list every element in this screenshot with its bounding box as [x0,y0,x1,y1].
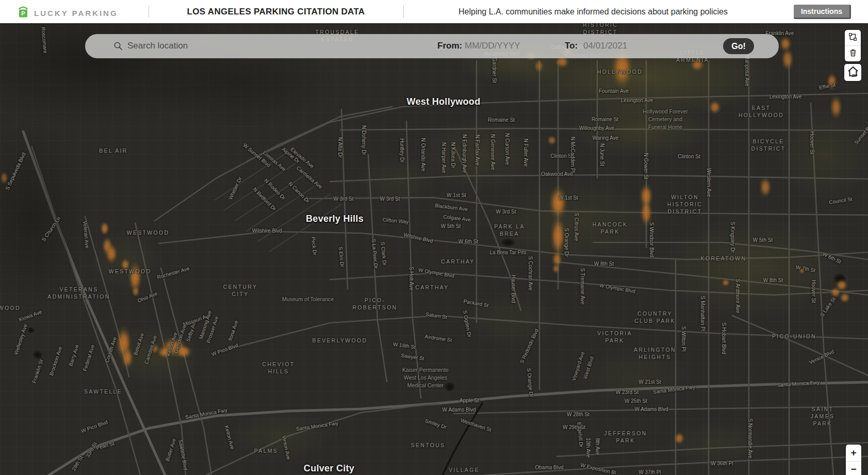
major-road [32,147,140,475]
major-road [85,217,129,376]
minor-road [258,194,330,241]
major-road [557,443,868,456]
trash-button[interactable] [845,46,861,61]
minor-road [269,204,341,252]
major-road [485,456,868,475]
major-road [155,107,392,221]
header-divider [403,6,404,18]
from-label: From: [437,41,462,51]
roads-layer [0,0,868,475]
major-road [454,145,521,310]
logo: P LUCKY PARKING [18,5,118,21]
major-road [732,316,868,375]
major-road [341,109,348,289]
major-road [406,121,421,398]
zip-home-icon: ZIP [847,65,859,80]
zoom-in-button[interactable]: + [846,445,861,462]
zoom-controls: + − [846,445,861,475]
svg-text:ZIP: ZIP [851,73,857,77]
svg-text:P: P [21,10,25,17]
major-road [330,175,868,182]
to-date-field[interactable]: 04/01/2021 [583,41,627,51]
tagline: Helping L.A. communities make informed d… [413,0,774,23]
search-icon [113,41,123,53]
major-road [304,198,868,215]
search-bar[interactable]: Search location From: MM/DD/YYYY To: 04/… [85,34,779,58]
major-road [222,316,868,351]
minor-road [235,173,307,221]
app-header: P LUCKY PARKING LOS ANGELES PARKING CITA… [0,0,868,23]
logo-text: LUCKY PARKING [34,9,118,18]
page-title: LOS ANGELES PARKING CITATION DATA [149,0,403,23]
major-road [368,155,387,382]
trash-icon [849,49,857,59]
search-input[interactable]: Search location [127,41,188,51]
polygon-icon [849,33,857,43]
from-date-field[interactable]: MM/DD/YYYY [465,41,520,51]
minor-road [247,184,319,231]
major-road [557,262,868,295]
major-road [159,232,868,259]
instructions-button[interactable]: Instructions [794,5,851,19]
zip-home-button[interactable]: ZIP [844,64,861,81]
major-road [161,268,211,475]
go-button[interactable]: Go! [723,38,754,54]
to-label: To: [565,41,578,51]
draw-controls [845,30,861,61]
map-canvas[interactable]: Hollywood BlvdHollywood BlvdDolby Theatr… [0,0,868,475]
major-road [135,223,186,475]
parking-meter-icon: P [18,5,29,21]
zoom-out-button[interactable]: − [846,462,861,475]
draw-polygon-button[interactable] [845,30,861,46]
major-road [454,406,868,414]
